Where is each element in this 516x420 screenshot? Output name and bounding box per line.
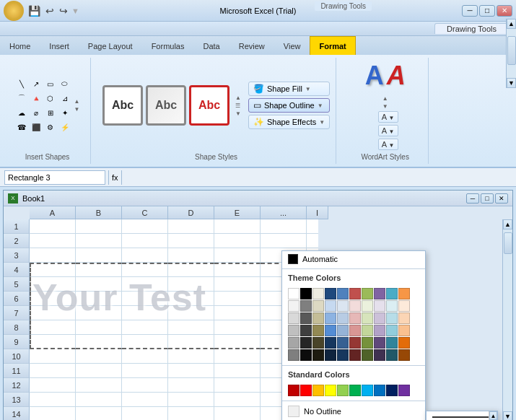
shape2c[interactable]: ⬡ — [44, 92, 57, 105]
shape4c[interactable]: ⚙ — [44, 121, 57, 134]
tab-home[interactable]: Home — [0, 36, 40, 55]
col-header-c[interactable]: C — [122, 206, 168, 219]
tab-insert[interactable]: Insert — [40, 36, 79, 55]
col-header-b[interactable]: B — [76, 206, 122, 219]
shape-fill-btn[interactable]: 🪣 Shape Fill ▼ — [248, 82, 330, 96]
row-header-9[interactable]: 9 — [4, 335, 30, 349]
dash-scroll-up[interactable]: ▲ — [489, 411, 497, 420]
cell-3e[interactable] — [214, 248, 261, 263]
shape-outline-btn[interactable]: ▭ Shape Outline ▼ — [248, 98, 330, 113]
cell-4d[interactable] — [168, 263, 214, 277]
col-header-e[interactable]: E — [214, 206, 261, 219]
cell-11a[interactable] — [30, 364, 76, 378]
ribbon-scroll-up[interactable]: ▲ — [507, 19, 516, 29]
shape3b[interactable]: ⌀ — [30, 106, 43, 119]
theme-color-34[interactable] — [337, 325, 349, 336]
cell-2f[interactable] — [261, 234, 307, 248]
cell-10b[interactable] — [76, 349, 122, 364]
cell-7a[interactable] — [30, 306, 76, 320]
row-header-11[interactable]: 11 — [4, 364, 30, 378]
standard-color-8[interactable] — [386, 385, 398, 396]
sp-maximize-btn[interactable]: □ — [481, 193, 494, 204]
arrow-shape[interactable]: ↗ — [30, 77, 43, 90]
cell-4b[interactable] — [76, 263, 122, 277]
tab-review[interactable]: Review — [229, 36, 274, 55]
row-header-7[interactable]: 7 — [4, 306, 30, 320]
close-btn[interactable]: ✕ — [497, 5, 512, 17]
style-sample-3[interactable]: Abc — [189, 85, 229, 126]
theme-color-25[interactable] — [349, 312, 361, 324]
standard-color-9[interactable] — [398, 385, 410, 396]
row-header-1[interactable]: 1 — [4, 219, 30, 234]
tab-format[interactable]: Format — [310, 36, 355, 55]
cell-8e[interactable] — [214, 320, 261, 335]
cell-13e[interactable] — [214, 393, 261, 407]
cell-2g[interactable] — [307, 234, 318, 248]
cell-9b[interactable] — [76, 335, 122, 349]
cell-5b[interactable] — [76, 277, 122, 292]
style-sample-1[interactable]: Abc — [102, 85, 143, 126]
sp-minimize-btn[interactable]: ─ — [466, 193, 479, 204]
cell-1g[interactable] — [307, 219, 318, 234]
theme-color-11[interactable] — [300, 300, 312, 312]
shape4d[interactable]: ⚡ — [58, 121, 71, 134]
cell-6d[interactable] — [168, 292, 214, 306]
office-button[interactable] — [4, 1, 24, 21]
cell-10c[interactable] — [122, 349, 168, 364]
cell-10a[interactable] — [30, 349, 76, 364]
row-header-4[interactable]: 4 — [4, 263, 30, 277]
standard-color-2[interactable] — [312, 385, 324, 396]
theme-color-35[interactable] — [349, 325, 361, 336]
standard-color-7[interactable] — [374, 385, 385, 396]
cell-8c[interactable] — [122, 320, 168, 335]
v-scroll-down[interactable]: ▼ — [503, 411, 512, 420]
theme-color-14[interactable] — [337, 300, 349, 312]
theme-color-38[interactable] — [386, 325, 398, 336]
cell-11d[interactable] — [168, 364, 214, 378]
theme-color-45[interactable] — [349, 337, 361, 349]
theme-color-5[interactable] — [349, 288, 361, 299]
row-header-10[interactable]: 10 — [4, 349, 30, 364]
theme-color-19[interactable] — [398, 300, 410, 312]
theme-color-16[interactable] — [362, 300, 373, 312]
fill-dropdown-arrow[interactable]: ▼ — [305, 86, 311, 92]
standard-color-0[interactable] — [288, 385, 299, 396]
theme-color-55[interactable] — [349, 349, 361, 361]
theme-color-44[interactable] — [337, 337, 349, 349]
cell-10d[interactable] — [168, 349, 214, 364]
row-header-12[interactable]: 12 — [4, 378, 30, 393]
row-header-13[interactable]: 13 — [4, 393, 30, 407]
theme-color-40[interactable] — [288, 337, 299, 349]
col-header-f[interactable]: ... — [261, 206, 307, 219]
cell-4e[interactable] — [214, 263, 261, 277]
name-box[interactable] — [4, 170, 105, 185]
theme-color-29[interactable] — [398, 312, 410, 324]
shape2a[interactable]: ⌒ — [15, 92, 28, 105]
cell-11e[interactable] — [214, 364, 261, 378]
theme-color-32[interactable] — [312, 325, 324, 336]
save-quick-btn[interactable]: 💾 — [27, 4, 42, 18]
wordart-scroll-down[interactable]: ▼ — [382, 103, 388, 110]
oval-shape[interactable]: ⬭ — [58, 77, 71, 90]
text-fill-btn[interactable]: A ▼ — [378, 111, 398, 123]
theme-color-21[interactable] — [300, 312, 312, 324]
theme-color-15[interactable] — [349, 300, 361, 312]
tab-page-layout[interactable]: Page Layout — [79, 36, 142, 55]
cell-14d[interactable] — [168, 407, 214, 420]
cell-14a[interactable] — [30, 407, 76, 420]
cell-4c[interactable] — [122, 263, 168, 277]
cell-6b[interactable] — [76, 292, 122, 306]
rect-shape[interactable]: ▭ — [44, 77, 57, 90]
cell-5a[interactable] — [30, 277, 76, 292]
theme-color-49[interactable] — [398, 337, 410, 349]
theme-color-52[interactable] — [312, 349, 324, 361]
theme-color-7[interactable] — [374, 288, 385, 299]
theme-color-59[interactable] — [398, 349, 410, 361]
cell-11b[interactable] — [76, 364, 122, 378]
redo-quick-btn[interactable]: ↪ — [58, 4, 69, 18]
cell-9a[interactable] — [30, 335, 76, 349]
theme-color-28[interactable] — [386, 312, 398, 324]
theme-color-10[interactable] — [288, 300, 299, 312]
cell-9c[interactable] — [122, 335, 168, 349]
theme-color-39[interactable] — [398, 325, 410, 336]
